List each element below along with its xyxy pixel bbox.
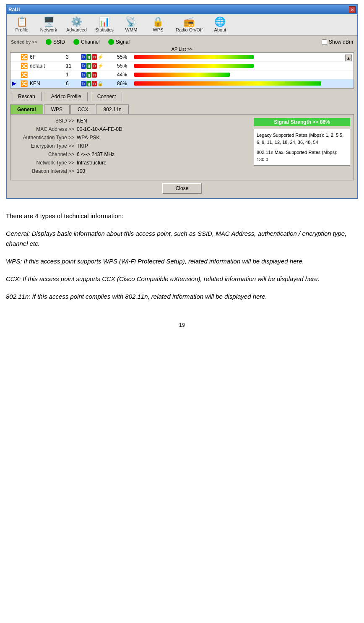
badge-lightning: ⚡	[97, 63, 104, 69]
toolbar-btn-wmm[interactable]: 📡 WMM	[119, 16, 144, 34]
badge-b: b	[81, 63, 86, 69]
toolbar-btn-network[interactable]: 🖥️ Network	[36, 16, 61, 34]
toolbar-btn-advanced[interactable]: ⚙️ Advanced	[63, 16, 90, 34]
info-left: SSID >> KEN MAC Address >> 00-1C-10-AA-F…	[14, 118, 249, 177]
signal-bar	[134, 81, 321, 86]
statistics-icon: 📊	[99, 17, 110, 26]
badge-b: b	[81, 54, 86, 60]
table-row[interactable]: 🔀 1 b g n 44%	[10, 70, 354, 79]
badge-g: g	[86, 63, 91, 69]
channel-icon: 🔀	[21, 71, 27, 78]
ap-channel: 1	[66, 72, 78, 78]
ap-badges: b g n ⚡	[81, 54, 114, 60]
tab-ccx[interactable]: CCX	[70, 104, 95, 114]
badge-n: n	[92, 54, 97, 60]
ccx-description: CCX: If this access point supports CCX (…	[6, 274, 358, 284]
table-row[interactable]: ▶ 🔀 KEN 6 b g n 🔒 86%	[10, 79, 354, 88]
ssid-value: KEN	[77, 118, 87, 124]
ap-channel: 3	[66, 54, 78, 60]
ap-badges: b g n ⚡	[81, 63, 114, 69]
signal-strength-box: Signal Strength >> 86%	[254, 118, 350, 126]
row-arrow: ▶	[12, 81, 18, 86]
tab-general[interactable]: General	[10, 104, 43, 114]
table-row[interactable]: 🔀 6F 3 b g n ⚡ 55%	[10, 53, 354, 62]
info-right: Signal Strength >> 86% Legacy Supported …	[254, 118, 350, 177]
tab-wps[interactable]: WPS	[44, 104, 70, 114]
rates-box: Legacy Supported Rates (Mbps): 1, 2, 5.5…	[254, 129, 350, 166]
network-value: Infrastructure	[77, 160, 107, 166]
channel-value: 6 <--> 2437 MHz	[77, 151, 114, 157]
badge-b: b	[81, 81, 86, 86]
toolbar-btn-about[interactable]: 🌐 About	[208, 16, 233, 34]
show-dbm-area[interactable]: Show dBm	[322, 39, 353, 45]
ap-name: default	[30, 63, 63, 69]
channel-icon: 🔀	[21, 54, 27, 60]
titlebar: RaUI ✕	[7, 5, 357, 14]
intro-text: There are 4 types of technical informati…	[6, 211, 358, 221]
page-number: 19	[0, 318, 364, 332]
ap-name: KEN	[30, 81, 63, 86]
advanced-icon: ⚙️	[71, 17, 82, 26]
toolbar-btn-statistics[interactable]: 📊 Statistics	[92, 16, 117, 34]
close-icon[interactable]: ✕	[349, 6, 356, 13]
scroll-up-btn[interactable]: ▲	[345, 55, 352, 61]
profile-label: Profile	[15, 27, 28, 32]
badge-lock: 🔒	[97, 81, 103, 86]
row-arrow	[12, 54, 18, 60]
mac-value: 00-1C-10-AA-FE-0D	[77, 126, 122, 132]
ap-list-header: Sorted by >> SSID Channel Signal Show dB…	[8, 37, 356, 47]
ssid-green-dot	[46, 39, 52, 45]
auth-row: Authentication Type >> WPA-PSK	[14, 135, 249, 141]
show-dbm-checkbox[interactable]	[322, 39, 327, 45]
tab-80211n[interactable]: 802.11n	[96, 104, 128, 114]
toolbar: 📋 Profile 🖥️ Network ⚙️ Advanced 📊 Stati…	[7, 14, 357, 36]
toolbar-btn-wps[interactable]: 🔒 WPS	[146, 16, 171, 34]
show-dbm-label: Show dBm	[329, 39, 353, 45]
radio-label: Radio On/Off	[176, 27, 203, 32]
channel-green-dot	[73, 39, 79, 45]
ssid-row: SSID >> KEN	[14, 118, 249, 124]
close-button[interactable]: Close	[162, 183, 202, 194]
connect-button[interactable]: Connect	[91, 92, 122, 101]
statistics-label: Statistics	[95, 27, 114, 32]
mac-row: MAC Address >> 00-1C-10-AA-FE-0D	[14, 126, 249, 132]
ap-channel: 6	[66, 81, 78, 86]
badge-g: g	[86, 81, 91, 86]
channel-col-label: Channel	[81, 39, 100, 45]
signal-bar	[134, 64, 254, 68]
ap-badges: b g n	[81, 72, 114, 78]
toolbar-btn-radio[interactable]: 📻 Radio On/Off	[172, 16, 206, 34]
ap-signal-pct: 55%	[117, 63, 132, 69]
channel-label: Channel >>	[14, 151, 77, 157]
mac-label: MAC Address >>	[14, 126, 77, 132]
signal-bar-container	[134, 63, 352, 68]
ssid-header-item: SSID	[46, 39, 65, 45]
badge-n: n	[92, 81, 97, 86]
ap-channel: 11	[66, 63, 78, 69]
network-label: Network	[40, 27, 57, 32]
toolbar-btn-profile[interactable]: 📋 Profile	[9, 16, 34, 34]
table-row[interactable]: 🔀 default 11 b g n ⚡ 55%	[10, 62, 354, 70]
ap-table: 🔀 6F 3 b g n ⚡ 55% 🔀 default 11	[10, 52, 354, 89]
wmm-icon: 📡	[125, 17, 137, 26]
badge-b: b	[81, 72, 86, 78]
ap-name: 6F	[30, 54, 63, 60]
action-buttons: Rescan Add to Profile Connect	[8, 89, 356, 104]
ap-signal-pct: 44%	[117, 72, 132, 78]
add-to-profile-button[interactable]: Add to Profile	[45, 92, 88, 101]
rescan-button[interactable]: Rescan	[12, 92, 42, 101]
auth-value: WPA-PSK	[77, 135, 99, 141]
ap-name	[30, 72, 63, 78]
info-panel: SSID >> KEN MAC Address >> 00-1C-10-AA-F…	[10, 114, 354, 180]
advanced-label: Advanced	[66, 27, 87, 32]
channel-row: Channel >> 6 <--> 2437 MHz	[14, 151, 249, 157]
general-description: General: Displays basic information abou…	[6, 229, 358, 249]
signal-header-item: Signal	[108, 39, 130, 45]
auth-label: Authentication Type >>	[14, 135, 77, 141]
panel-footer: Close	[8, 180, 356, 196]
main-window: RaUI ✕ 📋 Profile 🖥️ Network ⚙️ Advanced …	[6, 4, 358, 199]
signal-bar	[134, 73, 230, 77]
channel-icon: 🔀	[21, 80, 27, 87]
ap-list-link[interactable]: AP List >>	[8, 47, 356, 52]
ap-badges: b g n 🔒	[81, 81, 114, 86]
